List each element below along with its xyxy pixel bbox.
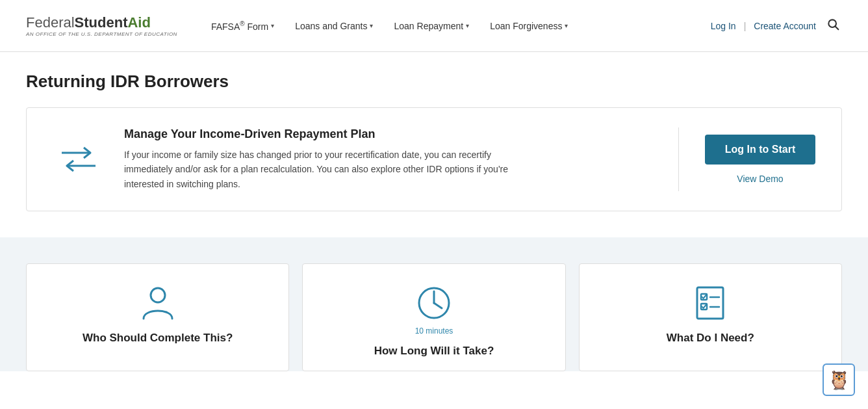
loan-repayment-chevron-icon: ▾ <box>466 22 469 29</box>
svg-point-4 <box>151 288 165 302</box>
login-link[interactable]: Log In <box>711 21 736 31</box>
page-title: Returning IDR Borrowers <box>26 72 842 92</box>
who-complete-title: Who Should Complete This? <box>83 332 233 345</box>
idr-content: Manage Your Income-Driven Repayment Plan… <box>124 127 652 191</box>
site-header: FederalStudentAid An Office of the U.S. … <box>0 0 868 52</box>
logo[interactable]: FederalStudentAid An Office of the U.S. … <box>26 14 177 37</box>
svg-line-1 <box>836 27 839 30</box>
nav-loan-repayment[interactable]: Loan Repayment ▾ <box>386 16 477 36</box>
header-divider: | <box>744 21 747 31</box>
create-account-link[interactable]: Create Account <box>754 21 816 31</box>
main-nav: FAFSA® Form ▾ Loans and Grants ▾ Loan Re… <box>203 15 711 37</box>
loan-forgiveness-chevron-icon: ▾ <box>565 22 568 29</box>
logo-aid: Aid <box>127 14 150 31</box>
logo-student: Student <box>75 14 128 31</box>
logo-subtitle: An Office of the U.S. Department of Educ… <box>26 31 177 37</box>
person-icon <box>138 284 177 323</box>
nav-fafsa[interactable]: FAFSA® Form ▾ <box>203 15 282 37</box>
nav-loans-grants[interactable]: Loans and Grants ▾ <box>287 16 381 36</box>
who-should-complete-card: Who Should Complete This? <box>26 263 289 371</box>
info-cards-section: Who Should Complete This? 10 minutes How… <box>0 237 868 371</box>
search-button[interactable] <box>824 15 842 36</box>
chat-owl-icon: 🦉 <box>828 369 850 372</box>
idr-actions: Log In to Start View Demo <box>705 135 815 184</box>
transfer-arrows-icon <box>59 143 98 176</box>
main-content: Returning IDR Borrowers Manage Your Inco… <box>0 52 868 211</box>
clock-icon <box>415 284 453 323</box>
idr-card: Manage Your Income-Driven Repayment Plan… <box>26 107 842 211</box>
fafsa-label: FAFSA® Form <box>211 20 268 32</box>
logo-federal: Federal <box>26 14 75 31</box>
log-in-to-start-button[interactable]: Log In to Start <box>705 135 815 165</box>
what-do-i-need-card: What Do I Need? <box>579 263 842 371</box>
loans-grants-chevron-icon: ▾ <box>370 22 373 29</box>
loans-grants-label: Loans and Grants <box>295 21 367 31</box>
time-subtitle: 10 minutes <box>415 326 453 336</box>
what-need-title: What Do I Need? <box>667 332 754 345</box>
svg-line-7 <box>434 303 442 308</box>
chat-widget[interactable]: 🦉 <box>823 363 855 371</box>
idr-divider <box>678 127 679 191</box>
loan-forgiveness-label: Loan Forgiveness <box>490 21 562 31</box>
idr-arrows-icon <box>53 143 105 176</box>
search-icon <box>826 18 839 31</box>
header-actions: Log In | Create Account <box>711 15 842 36</box>
checklist-icon <box>691 284 730 323</box>
nav-loan-forgiveness[interactable]: Loan Forgiveness ▾ <box>482 16 576 36</box>
how-long-card: 10 minutes How Long Will it Take? <box>302 263 565 371</box>
idr-title: Manage Your Income-Driven Repayment Plan <box>124 127 652 141</box>
view-demo-link[interactable]: View Demo <box>737 174 783 184</box>
loan-repayment-label: Loan Repayment <box>394 21 463 31</box>
idr-description: If your income or family size has change… <box>124 148 527 191</box>
how-long-title: How Long Will it Take? <box>374 345 494 358</box>
fafsa-chevron-icon: ▾ <box>271 22 274 29</box>
